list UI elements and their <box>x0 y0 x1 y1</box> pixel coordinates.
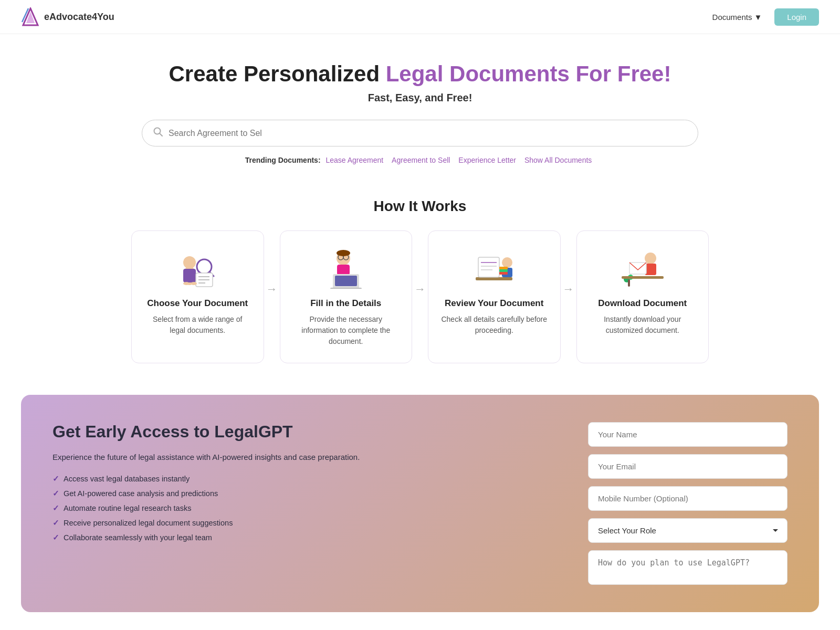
step-3-title: Review Your Document <box>445 298 543 309</box>
trending-label: Trending Documents: <box>245 156 321 164</box>
svg-point-35 <box>645 253 656 264</box>
hero-title-part1: Create Personalized <box>169 61 386 86</box>
trending-bar: Trending Documents: Lease Agreement Agre… <box>21 156 819 164</box>
hero-section: Create Personalized Legal Documents For … <box>0 34 840 198</box>
step-2-title: Fill in the Details <box>310 298 381 309</box>
svg-rect-32 <box>499 272 508 275</box>
chevron-down-icon: ▼ <box>754 13 762 22</box>
early-access-features: ✓ Access vast legal databases instantly … <box>52 474 556 542</box>
name-input[interactable] <box>588 422 788 447</box>
check-icon-3: ✓ <box>52 503 59 513</box>
documents-menu[interactable]: Documents ▼ <box>712 13 762 22</box>
hero-subtitle: Fast, Easy, and Free! <box>21 92 819 104</box>
step-2-desc: Provide the necessary information to com… <box>293 314 400 347</box>
svg-point-15 <box>191 282 197 285</box>
check-icon-5: ✓ <box>52 533 59 542</box>
logo-text: eAdvocate4You <box>44 12 114 23</box>
steps-row: Choose Your Document Select from a wide … <box>131 230 709 363</box>
svg-point-30 <box>502 257 512 268</box>
login-button[interactable]: Login <box>774 8 819 26</box>
step-1-title: Choose Your Document <box>147 298 248 309</box>
step-4-illustration <box>619 247 666 289</box>
svg-rect-7 <box>183 269 196 282</box>
role-select[interactable]: Select Your Role Lawyer Student Business… <box>588 518 788 543</box>
step-card-1: Choose Your Document Select from a wide … <box>131 230 264 363</box>
step-2-illustration <box>322 247 370 289</box>
svg-rect-41 <box>622 276 664 279</box>
check-icon-4: ✓ <box>52 518 59 528</box>
early-access-desc: Experience the future of legal assistanc… <box>52 451 556 464</box>
check-icon-2: ✓ <box>52 489 59 498</box>
check-icon-1: ✓ <box>52 474 59 484</box>
svg-rect-34 <box>499 267 508 269</box>
step-3-illustration <box>470 247 518 289</box>
early-access-section: Get Early Access to LegalGPT Experience … <box>21 395 819 612</box>
svg-rect-25 <box>476 277 512 280</box>
plan-textarea[interactable] <box>588 550 788 585</box>
step-4-desc: Instantly download your customized docum… <box>590 314 696 336</box>
how-it-works-title: How It Works <box>21 198 819 215</box>
arrow-3: → <box>561 282 576 296</box>
logo-icon <box>21 7 40 26</box>
svg-rect-40 <box>628 279 630 287</box>
trending-link-agreement[interactable]: Agreement to Sell <box>392 156 450 164</box>
mobile-input[interactable] <box>588 486 788 511</box>
search-bar <box>142 120 698 146</box>
early-access-form: Select Your Role Lawyer Student Business… <box>588 422 788 585</box>
logo-area[interactable]: eAdvocate4You <box>21 7 114 26</box>
step-card-4: Download Document Instantly download you… <box>576 230 709 363</box>
hero-title-purple: Legal Documents For Free! <box>386 61 671 86</box>
feature-2: ✓ Get AI-powered case analysis and predi… <box>52 489 556 498</box>
svg-rect-21 <box>337 265 350 275</box>
feature-3: ✓ Automate routine legal research tasks <box>52 503 556 513</box>
feature-5: ✓ Collaborate seamlessly with your legal… <box>52 533 556 542</box>
early-left-content: Get Early Access to LegalGPT Experience … <box>52 422 556 542</box>
step-3-desc: Check all details carefully before proce… <box>441 314 548 336</box>
feature-1: ✓ Access vast legal databases instantly <box>52 474 556 484</box>
arrow-1: → <box>264 282 280 296</box>
search-input[interactable] <box>169 129 687 138</box>
svg-line-4 <box>160 133 162 136</box>
how-it-works-section: How It Works <box>0 198 840 384</box>
trending-link-all[interactable]: Show All Documents <box>524 156 592 164</box>
hero-title: Create Personalized Legal Documents For … <box>21 61 819 87</box>
arrow-2: → <box>412 282 428 296</box>
step-1-desc: Select from a wide range of legal docume… <box>144 314 251 336</box>
feature-4: ✓ Receive personalized legal document su… <box>52 518 556 528</box>
step-1-illustration <box>174 247 221 289</box>
svg-rect-23 <box>335 276 357 286</box>
svg-point-14 <box>183 282 190 285</box>
svg-rect-24 <box>330 288 362 289</box>
search-icon <box>153 127 163 140</box>
step-4-title: Download Document <box>598 298 687 309</box>
trending-link-lease[interactable]: Lease Agreement <box>326 156 383 164</box>
svg-rect-33 <box>499 269 508 272</box>
early-access-title: Get Early Access to LegalGPT <box>52 422 556 442</box>
svg-rect-26 <box>478 257 499 277</box>
trending-link-experience[interactable]: Experience Letter <box>458 156 516 164</box>
navbar: eAdvocate4You Documents ▼ Login <box>0 0 840 34</box>
svg-point-6 <box>183 256 196 269</box>
nav-right: Documents ▼ Login <box>712 8 819 26</box>
step-card-3: Review Your Document Check all details c… <box>428 230 561 363</box>
svg-point-20 <box>337 250 350 256</box>
step-card-2: Fill in the Details Provide the necessar… <box>280 230 413 363</box>
email-input[interactable] <box>588 454 788 479</box>
